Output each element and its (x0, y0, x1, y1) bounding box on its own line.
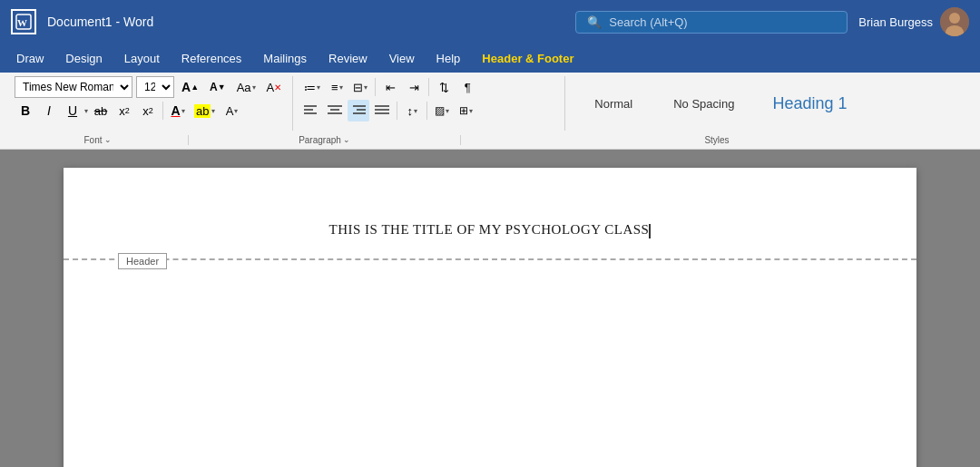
font-color-dropdown[interactable]: ▾ (181, 107, 185, 115)
svg-text:W: W (17, 17, 27, 28)
menu-layout[interactable]: Layout (115, 48, 169, 69)
document-title-text[interactable]: THIS IS THE TITLE OF MY PSYCHOLOGY CLASS (329, 222, 652, 238)
multilevel-list-button[interactable]: ⊟▾ (349, 76, 371, 98)
style-heading1[interactable]: Heading 1 (753, 76, 866, 131)
font-group-label-container: Font ⌄ (7, 135, 189, 145)
title-bar: W Document1 - Word 🔍 Brian Burgess (0, 0, 980, 44)
header-label: Header (118, 253, 167, 269)
shading-group: A ▾ (220, 100, 242, 122)
underline-group: U ▾ (62, 100, 88, 122)
menu-review[interactable]: Review (319, 48, 377, 69)
underline-dropdown[interactable]: ▾ (84, 107, 88, 115)
font-group-label: Font (83, 135, 102, 145)
decrease-indent-button[interactable]: ⇤ (379, 76, 401, 98)
document-page: THIS IS THE TITLE OF MY PSYCHOLOGY CLASS… (64, 168, 916, 467)
menu-design[interactable]: Design (56, 48, 111, 69)
font-color-group: A ▾ (167, 100, 189, 122)
align-center-button[interactable] (324, 100, 346, 122)
menu-mailings[interactable]: Mailings (254, 48, 316, 69)
italic-button[interactable]: I (38, 100, 60, 122)
justify-button[interactable] (371, 100, 393, 122)
user-info: Brian Burgess (858, 7, 969, 36)
paragraph-group: ≔▾ ≡▾ ⊟▾ ⇤ ⇥ ⇅ ¶ (293, 76, 565, 131)
highlight-group: ab ▾ (191, 100, 219, 122)
font-size-select[interactable]: 12 (136, 76, 174, 98)
style-normal[interactable]: Normal (573, 76, 654, 131)
styles-group: Normal No Spacing Heading 1 (565, 76, 973, 131)
change-case-button[interactable]: Aa▾ (233, 76, 260, 98)
clear-format-button[interactable]: A✕ (263, 76, 286, 98)
highlight-button[interactable]: ab ▾ (191, 100, 219, 122)
paragraph-expand-button[interactable]: ⌄ (343, 135, 350, 144)
bold-button[interactable]: B (15, 100, 36, 122)
line-spacing-button[interactable]: ↕▾ (401, 100, 423, 122)
menu-bar: Draw Design Layout References Mailings R… (0, 44, 980, 73)
numbered-list-button[interactable]: ≡▾ (326, 76, 348, 98)
search-box[interactable]: 🔍 (575, 11, 848, 34)
show-paragraph-button[interactable]: ¶ (456, 76, 478, 98)
menu-view[interactable]: View (380, 48, 424, 69)
paragraph-group-label-container: Paragraph ⌄ (189, 135, 461, 145)
increase-indent-button[interactable]: ⇥ (403, 76, 425, 98)
menu-help[interactable]: Help (427, 48, 470, 69)
font-group: Times New Roman 12 A▲ A▼ Aa▾ A✕ (7, 76, 293, 131)
borders-button[interactable]: ⊞▾ (455, 100, 476, 122)
paragraph-group-label: Paragraph (299, 135, 341, 145)
search-icon: 🔍 (587, 15, 602, 29)
style-no-spacing[interactable]: No Spacing (654, 76, 753, 131)
para-shading-button[interactable]: ▨▾ (431, 100, 453, 122)
header-area: Header (64, 258, 916, 273)
user-avatar (940, 7, 969, 36)
user-name: Brian Burgess (858, 15, 933, 29)
menu-references[interactable]: References (172, 48, 250, 69)
highlight-dropdown[interactable]: ▾ (211, 107, 215, 115)
document-content: THIS IS THE TITLE OF MY PSYCHOLOGY CLASS (118, 204, 862, 238)
strikethrough-button[interactable]: ab (90, 100, 112, 122)
shrink-font-button[interactable]: A▼ (206, 76, 230, 98)
ribbon: Times New Roman 12 A▲ A▼ Aa▾ A✕ (0, 73, 980, 150)
document-area[interactable]: THIS IS THE TITLE OF MY PSYCHOLOGY CLASS… (0, 150, 980, 467)
search-input[interactable] (609, 15, 836, 29)
document-title: Document1 - Word (47, 15, 564, 29)
grow-font-button[interactable]: A▲ (178, 76, 202, 98)
styles-group-label: Styles (704, 135, 729, 145)
text-cursor (649, 224, 651, 238)
menu-draw[interactable]: Draw (7, 48, 53, 69)
styles-group-label-container: Styles (461, 135, 973, 145)
shading-dropdown[interactable]: ▾ (234, 107, 238, 115)
align-left-button[interactable] (300, 100, 322, 122)
font-name-select[interactable]: Times New Roman (15, 76, 132, 98)
bullet-list-button[interactable]: ≔▾ (300, 76, 324, 98)
sort-button[interactable]: ⇅ (433, 76, 455, 98)
menu-header-footer[interactable]: Header & Footer (473, 48, 583, 69)
font-color-button[interactable]: A ▾ (167, 100, 189, 122)
font-expand-button[interactable]: ⌄ (104, 135, 112, 144)
word-icon: W (11, 9, 36, 34)
superscript-button[interactable]: x2 (137, 100, 159, 122)
shading-button[interactable]: A ▾ (220, 100, 242, 122)
align-right-button[interactable] (348, 100, 369, 122)
subscript-button[interactable]: x2 (113, 100, 135, 122)
underline-button[interactable]: U (62, 100, 83, 122)
svg-point-3 (949, 13, 960, 24)
